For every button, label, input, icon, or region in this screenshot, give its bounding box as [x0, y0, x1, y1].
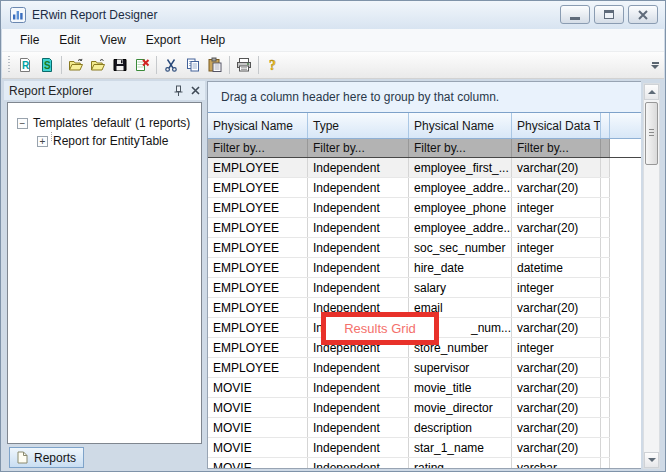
panel-close-button[interactable]: [191, 86, 200, 95]
table-row[interactable]: MOVIEIndependentmovie_directorvarchar(20…: [208, 398, 610, 418]
copy-icon: [185, 57, 201, 73]
arrow-down-icon: [648, 458, 656, 462]
column-header-physical-data-type[interactable]: Physical Data T...: [512, 113, 601, 138]
filter-cell[interactable]: Filter by...: [409, 139, 512, 157]
table-cell: Independent: [308, 258, 409, 277]
app-icon: [10, 7, 26, 23]
filter-cell[interactable]: Filter by...: [308, 139, 409, 157]
table-cell: varchar: [512, 458, 601, 468]
table-cell: varchar(20): [512, 318, 601, 337]
table-cell: employee_phone: [409, 198, 512, 217]
new-template-button[interactable]: S: [36, 54, 58, 76]
table-cell: movie_director: [409, 398, 512, 417]
print-icon: [236, 57, 252, 73]
save-button[interactable]: [109, 54, 131, 76]
open-file-button[interactable]: [87, 54, 109, 76]
table-row[interactable]: EMPLOYEEIndependentemployee_addre...varc…: [208, 178, 610, 198]
menu-file[interactable]: File: [10, 30, 49, 50]
table-cell: MOVIE: [208, 378, 308, 397]
filter-rest: [610, 139, 641, 157]
copy-button[interactable]: [182, 54, 204, 76]
cut-icon: [163, 57, 179, 73]
restore-button[interactable]: [594, 5, 624, 24]
table-cell: star_1_name: [409, 438, 512, 457]
report-explorer-header: Report Explorer: [4, 81, 205, 100]
results-grid-annotation: Results Grid: [321, 312, 439, 345]
scrollbar-thumb[interactable]: [645, 102, 658, 165]
row-filler: [601, 258, 610, 277]
column-header-type[interactable]: Type: [308, 113, 409, 138]
scroll-down-button[interactable]: [644, 452, 659, 468]
row-filler: [601, 338, 610, 357]
table-row[interactable]: MOVIEIndependentstar_1_namevarchar(20): [208, 438, 610, 458]
filter-filler: [601, 139, 610, 157]
table-cell: varchar(20): [512, 158, 601, 177]
menu-edit[interactable]: Edit: [49, 30, 90, 50]
grid-filter-row: Filter by... Filter by... Filter by... F…: [208, 139, 641, 158]
filter-cell[interactable]: Filter by...: [208, 139, 308, 157]
panel-title: Report Explorer: [9, 84, 173, 98]
paste-icon: [207, 57, 223, 73]
menu-help[interactable]: Help: [191, 30, 236, 50]
open-folder-icon: [68, 57, 84, 73]
cut-button[interactable]: [160, 54, 182, 76]
filter-cell[interactable]: Filter by...: [512, 139, 601, 157]
toolbar-separator: [61, 56, 62, 74]
table-row[interactable]: EMPLOYEEIndependentemployee_phoneinteger: [208, 198, 610, 218]
table-cell: Independent: [308, 178, 409, 197]
table-cell: rating: [409, 458, 512, 468]
collapse-icon[interactable]: −: [17, 118, 28, 129]
paste-button[interactable]: [204, 54, 226, 76]
table-row[interactable]: EMPLOYEEIndependentsupervisorvarchar(20): [208, 358, 610, 378]
column-header-physical-name[interactable]: Physical Name: [208, 113, 308, 138]
row-filler: [601, 318, 610, 337]
report-explorer-tree: − Templates 'default' (1 reports) + Repo…: [7, 102, 202, 444]
row-filler: [601, 378, 610, 397]
group-by-bar[interactable]: Drag a column header here to group by th…: [208, 82, 641, 113]
table-cell: varchar(20): [512, 298, 601, 317]
vertical-scrollbar[interactable]: [643, 83, 660, 469]
table-row[interactable]: EMPLOYEEIndependentemployee_first_...var…: [208, 158, 610, 178]
tab-reports[interactable]: Reports: [9, 447, 84, 468]
table-row[interactable]: EMPLOYEEIndependentsoc_sec_numberinteger: [208, 238, 610, 258]
table-row[interactable]: EMPLOYEEIndependenthire_datedatetime: [208, 258, 610, 278]
results-grid-panel: Drag a column header here to group by th…: [207, 81, 641, 469]
table-row[interactable]: EMPLOYEEIndependentsalaryinteger: [208, 278, 610, 298]
pin-button[interactable]: [173, 85, 184, 97]
new-report-icon: R: [17, 57, 33, 73]
table-cell: varchar(20): [512, 178, 601, 197]
table-row[interactable]: MOVIEIndependentmovie_titlevarchar(20): [208, 378, 610, 398]
new-report-button[interactable]: R: [14, 54, 36, 76]
chevron-down-icon: [651, 65, 659, 69]
column-header-physical-name-2[interactable]: Physical Name: [409, 113, 512, 138]
print-button[interactable]: [233, 54, 255, 76]
table-cell: Independent: [308, 418, 409, 437]
delete-report-button[interactable]: [131, 54, 153, 76]
table-row[interactable]: MOVIEIndependentratingvarchar: [208, 458, 610, 468]
row-filler: [601, 358, 610, 377]
table-cell: EMPLOYEE: [208, 318, 308, 337]
minimize-button[interactable]: [560, 5, 590, 24]
help-button[interactable]: ?: [262, 54, 284, 76]
table-row[interactable]: EMPLOYEEIndependentemployee_addre...varc…: [208, 218, 610, 238]
menu-view[interactable]: View: [90, 30, 136, 50]
scroll-up-button[interactable]: [644, 84, 659, 100]
table-cell: soc_sec_number: [409, 238, 512, 257]
close-button[interactable]: [628, 5, 658, 24]
title-bar: ERwin Report Designer: [1, 1, 665, 29]
table-row[interactable]: MOVIEIndependentdescriptionvarchar(20): [208, 418, 610, 438]
toolbar-overflow-button[interactable]: [649, 55, 661, 75]
table-cell: supervisor: [409, 358, 512, 377]
menu-export[interactable]: Export: [136, 30, 191, 50]
open-report-button[interactable]: [65, 54, 87, 76]
row-filler: [601, 218, 610, 237]
row-filler: [601, 438, 610, 457]
tree-item-templates[interactable]: − Templates 'default' (1 reports): [17, 114, 201, 132]
window-title: ERwin Report Designer: [32, 8, 157, 22]
table-cell: Independent: [308, 218, 409, 237]
window-controls: [560, 5, 658, 24]
expand-icon[interactable]: +: [37, 136, 48, 147]
open-folder2-icon: [90, 57, 106, 73]
toolbar-grip[interactable]: [6, 56, 11, 74]
tree-item-report-for-entitytable[interactable]: + Report for EntityTable: [37, 132, 201, 150]
